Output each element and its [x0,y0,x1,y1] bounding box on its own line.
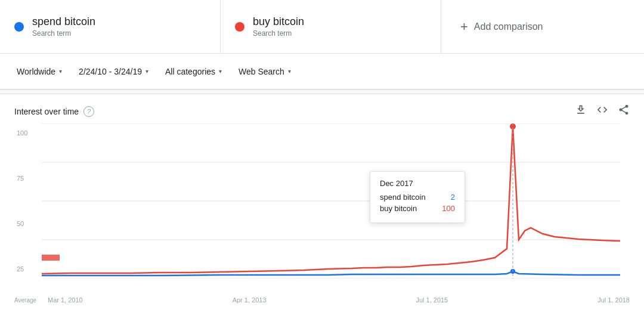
buy-bitcoin-dot [235,22,244,32]
y-label-25: 25 [17,265,27,273]
add-comparison-label: Add comparison [474,21,543,32]
tooltip-row-buy: buy bitcoin 100 [380,204,455,213]
term-buy-bitcoin: buy bitcoin Search term [221,0,441,53]
date-chevron-icon: ▾ [145,68,148,75]
term-spend-bitcoin: spend bitcoin Search term [0,0,221,53]
chart-svg [42,123,620,279]
tooltip-date: Dec 2017 [380,179,455,188]
date-range-filter[interactable]: 2/24/10 - 3/24/19 ▾ [72,62,156,81]
location-filter[interactable]: Worldwide ▾ [10,62,69,81]
x-label-2013: Apr 1, 2013 [233,296,267,304]
tooltip-spend-value: 2 [451,193,455,202]
buy-bitcoin-type: Search term [253,29,304,38]
spend-bitcoin-text: spend bitcoin Search term [32,16,95,38]
chart-container: 100 75 50 25 Mar 1, 2010 Apr 1, 2013 Jul… [0,123,644,308]
spend-bitcoin-dot [14,22,24,32]
categories-filter[interactable]: All categories ▾ [158,62,229,81]
chart-tooltip: Dec 2017 spend bitcoin 2 buy bitcoin 100 [370,171,465,223]
search-type-chevron-icon: ▾ [288,68,291,75]
x-axis-labels: Mar 1, 2010 Apr 1, 2013 Jul 1, 2015 Jul … [48,296,630,304]
spend-bitcoin-name: spend bitcoin [32,16,95,28]
buy-bitcoin-text: buy bitcoin Search term [253,16,304,38]
categories-chevron-icon: ▾ [219,68,222,75]
y-label-50: 50 [17,220,27,227]
svg-rect-5 [42,255,60,261]
section-title-text: Interest over time [14,107,79,116]
filters-bar: Worldwide ▾ 2/24/10 - 3/24/19 ▾ All cate… [0,54,644,89]
location-chevron-icon: ▾ [59,68,62,75]
help-icon[interactable]: ? [83,106,94,117]
section-actions [575,104,630,119]
section-header: Interest over time ? [0,94,644,123]
date-range-label: 2/24/10 - 3/24/19 [79,67,142,76]
tooltip-buy-label: buy bitcoin [380,204,417,213]
plus-icon: + [460,19,468,35]
section-title-group: Interest over time ? [14,106,94,117]
section-divider [0,89,644,94]
categories-label: All categories [165,67,215,76]
x-label-2018: Jul 1, 2018 [597,296,630,304]
search-type-label: Web Search [239,67,284,76]
download-icon[interactable] [575,104,587,119]
x-label-2015: Jul 1, 2015 [416,296,448,304]
tooltip-spend-label: spend bitcoin [380,193,426,202]
share-icon[interactable] [618,104,630,119]
buy-bitcoin-name: buy bitcoin [253,16,304,28]
spend-bitcoin-type: Search term [32,29,95,38]
y-label-75: 75 [17,175,27,182]
tooltip-buy-value: 100 [442,204,455,213]
add-comparison-button[interactable]: + Add comparison [441,0,644,53]
location-label: Worldwide [17,67,55,76]
average-label: Average [14,297,36,304]
search-type-filter[interactable]: Web Search ▾ [231,62,298,81]
terms-bar: spend bitcoin Search term buy bitcoin Se… [0,0,644,54]
y-label-100: 100 [17,129,27,137]
tooltip-row-spend: spend bitcoin 2 [380,193,455,202]
y-axis-labels: 100 75 50 25 [17,129,27,273]
x-label-2010: Mar 1, 2010 [48,296,83,304]
embed-icon[interactable] [596,104,608,119]
